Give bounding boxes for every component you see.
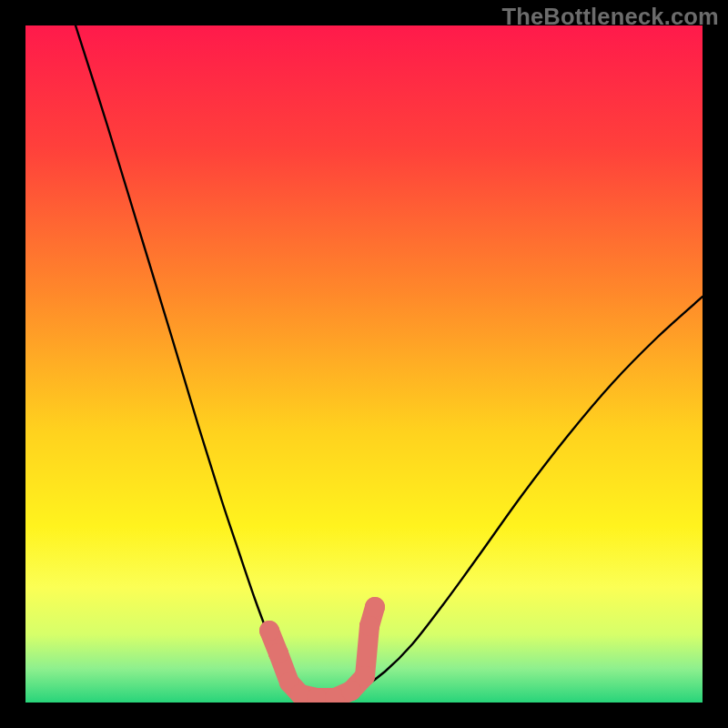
marker-point (259, 621, 279, 641)
gradient-background (25, 25, 703, 703)
chart-frame: TheBottleneck.com (0, 0, 728, 728)
plot-area (25, 25, 703, 703)
marker-point (365, 597, 385, 617)
marker-point (355, 666, 375, 686)
marker-point (268, 643, 288, 663)
marker-point (359, 616, 379, 636)
marker-point (341, 681, 361, 701)
chart-svg (25, 25, 703, 703)
